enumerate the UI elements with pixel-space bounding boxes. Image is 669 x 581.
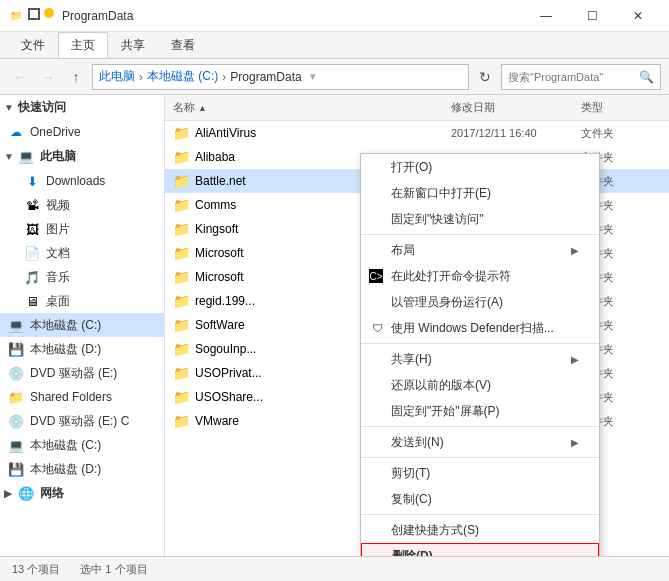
ctx-separator-5 <box>361 514 599 515</box>
sidebar-drive-d-label: 本地磁盘 (D:) <box>30 341 101 358</box>
ribbon-tabs: 文件 主页 共享 查看 <box>0 32 669 58</box>
statusbar: 13 个项目 选中 1 个项目 <box>0 556 669 581</box>
ctx-separator-4 <box>361 457 599 458</box>
sidebar-item-dvd-e2[interactable]: 💿 DVD 驱动器 (E:) C <box>0 409 164 433</box>
folder-icon: 📁 <box>173 245 189 261</box>
tab-view[interactable]: 查看 <box>158 32 208 58</box>
sidebar-item-desktop[interactable]: 🖥 桌面 <box>0 289 164 313</box>
back-button[interactable]: ← <box>8 65 32 89</box>
ctx-separator-2 <box>361 343 599 344</box>
sidebar-section-network[interactable]: ▶ 🌐 网络 <box>0 481 164 506</box>
sidebar-section-thispc[interactable]: ▼ 💻 此电脑 <box>0 144 164 169</box>
ctx-open-new-window[interactable]: 在新窗口中打开(E) <box>361 180 599 206</box>
breadcrumb-bar[interactable]: 此电脑 › 本地磁盘 (C:) › ProgramData ▼ <box>92 64 469 90</box>
sidebar-section-quickaccess[interactable]: ▼ 快速访问 <box>0 95 164 120</box>
drive-d-icon: 💾 <box>8 341 24 357</box>
folder-icon: 📁 <box>173 317 189 333</box>
sidebar-item-dvd-e[interactable]: 💿 DVD 驱动器 (E:) <box>0 361 164 385</box>
onedrive-icon: ☁ <box>8 124 24 140</box>
ctx-admin[interactable]: 以管理员身份运行(A) <box>361 289 599 315</box>
ctx-cmd-icon: C> <box>369 269 383 283</box>
videos-icon: 📽 <box>24 197 40 213</box>
desktop-icon: 🖥 <box>24 293 40 309</box>
ctx-copy[interactable]: 复制(C) <box>361 486 599 512</box>
col-date-header[interactable]: 修改日期 <box>451 100 581 115</box>
drive-c-icon: 💻 <box>8 317 24 333</box>
sidebar-item-shared[interactable]: 📁 Shared Folders <box>0 385 164 409</box>
search-input[interactable] <box>508 71 639 83</box>
sidebar-item-drive-c[interactable]: 💻 本地磁盘 (C:) <box>0 313 164 337</box>
breadcrumb-arrow: ▼ <box>308 71 318 82</box>
folder-icon: 📁 <box>173 149 189 165</box>
folder-icon: 📁 <box>173 365 189 381</box>
forward-button[interactable]: → <box>36 65 60 89</box>
ctx-layout[interactable]: 布局 ▶ <box>361 237 599 263</box>
ctx-delete[interactable]: 删除(D) <box>361 543 599 556</box>
ctx-defender-icon: 🛡 <box>369 320 385 336</box>
ctx-separator-3 <box>361 426 599 427</box>
file-name: AliAntiVirus <box>195 126 451 140</box>
titlebar-dot-icon <box>44 8 54 18</box>
folder-icon: 📁 <box>173 197 189 213</box>
file-date: 2017/12/11 16:40 <box>451 127 581 139</box>
ctx-pin-quickaccess[interactable]: 固定到"快速访问" <box>361 206 599 232</box>
col-name-header[interactable]: 名称 ▲ <box>173 100 451 115</box>
music-icon: 🎵 <box>24 269 40 285</box>
sidebar-item-videos[interactable]: 📽 视频 <box>0 193 164 217</box>
main-layout: ▼ 快速访问 ☁ OneDrive ▼ 💻 此电脑 ⬇ Downloads 📽 … <box>0 95 669 556</box>
file-type: 文件夹 <box>581 126 661 141</box>
search-box[interactable]: 🔍 <box>501 64 661 90</box>
sidebar-item-pictures[interactable]: 🖼 图片 <box>0 217 164 241</box>
ctx-share[interactable]: 共享(H) ▶ <box>361 346 599 372</box>
file-row[interactable]: 📁 AliAntiVirus 2017/12/11 16:40 文件夹 <box>165 121 669 145</box>
sidebar-drive-c-label: 本地磁盘 (C:) <box>30 317 101 334</box>
sidebar-item-documents[interactable]: 📄 文档 <box>0 241 164 265</box>
sidebar-shared-label: Shared Folders <box>30 390 112 404</box>
sidebar-item-drive-c2[interactable]: 💻 本地磁盘 (C:) <box>0 433 164 457</box>
sidebar-item-drive-d[interactable]: 💾 本地磁盘 (D:) <box>0 337 164 361</box>
sidebar-item-music[interactable]: 🎵 音乐 <box>0 265 164 289</box>
tab-home[interactable]: 主页 <box>58 32 108 58</box>
sidebar-item-drive-d2[interactable]: 💾 本地磁盘 (D:) <box>0 457 164 481</box>
sidebar-documents-label: 文档 <box>46 245 70 262</box>
collapse-icon-pc: ▼ <box>4 151 16 163</box>
sidebar-thispc-label: 此电脑 <box>40 148 76 165</box>
refresh-button[interactable]: ↻ <box>473 65 497 89</box>
folder-icon: 📁 <box>173 221 189 237</box>
ctx-cmd[interactable]: C> 在此处打开命令提示符 <box>361 263 599 289</box>
folder-icon: 📁 <box>173 269 189 285</box>
pc-icon: 💻 <box>18 149 34 165</box>
breadcrumb-computer[interactable]: 此电脑 <box>99 68 135 85</box>
breadcrumb-current: ProgramData <box>230 70 301 84</box>
ctx-sendto[interactable]: 发送到(N) ▶ <box>361 429 599 455</box>
sidebar-dvd-e-label: DVD 驱动器 (E:) <box>30 365 117 382</box>
tab-file[interactable]: 文件 <box>8 32 58 58</box>
breadcrumb-drive[interactable]: 本地磁盘 (C:) <box>147 68 218 85</box>
ctx-cut[interactable]: 剪切(T) <box>361 460 599 486</box>
up-button[interactable]: ↑ <box>64 65 88 89</box>
ctx-create-shortcut[interactable]: 创建快捷方式(S) <box>361 517 599 543</box>
sidebar-drive-d2-label: 本地磁盘 (D:) <box>30 461 101 478</box>
minimize-button[interactable]: — <box>523 0 569 32</box>
sidebar-desktop-label: 桌面 <box>46 293 70 310</box>
folder-icon: 📁 <box>173 173 189 189</box>
sidebar-quickaccess-label: 快速访问 <box>18 99 66 116</box>
tab-share[interactable]: 共享 <box>108 32 158 58</box>
sidebar-network-label: 网络 <box>40 485 64 502</box>
shared-icon: 📁 <box>8 389 24 405</box>
ctx-restore[interactable]: 还原以前的版本(V) <box>361 372 599 398</box>
col-type-header[interactable]: 类型 <box>581 100 661 115</box>
documents-icon: 📄 <box>24 245 40 261</box>
sidebar-drive-c2-label: 本地磁盘 (C:) <box>30 437 101 454</box>
close-button[interactable]: ✕ <box>615 0 661 32</box>
ctx-open[interactable]: 打开(O) <box>361 154 599 180</box>
downloads-icon: ⬇ <box>24 173 40 189</box>
ctx-pin-start[interactable]: 固定到"开始"屏幕(P) <box>361 398 599 424</box>
addressbar: ← → ↑ 此电脑 › 本地磁盘 (C:) › ProgramData ▼ ↻ … <box>0 59 669 95</box>
ribbon: 文件 主页 共享 查看 <box>0 32 669 59</box>
sidebar-item-onedrive[interactable]: ☁ OneDrive <box>0 120 164 144</box>
ctx-defender[interactable]: 🛡 使用 Windows Defender扫描... <box>361 315 599 341</box>
maximize-button[interactable]: ☐ <box>569 0 615 32</box>
sidebar-item-downloads[interactable]: ⬇ Downloads <box>0 169 164 193</box>
titlebar-controls: — ☐ ✕ <box>523 0 661 32</box>
